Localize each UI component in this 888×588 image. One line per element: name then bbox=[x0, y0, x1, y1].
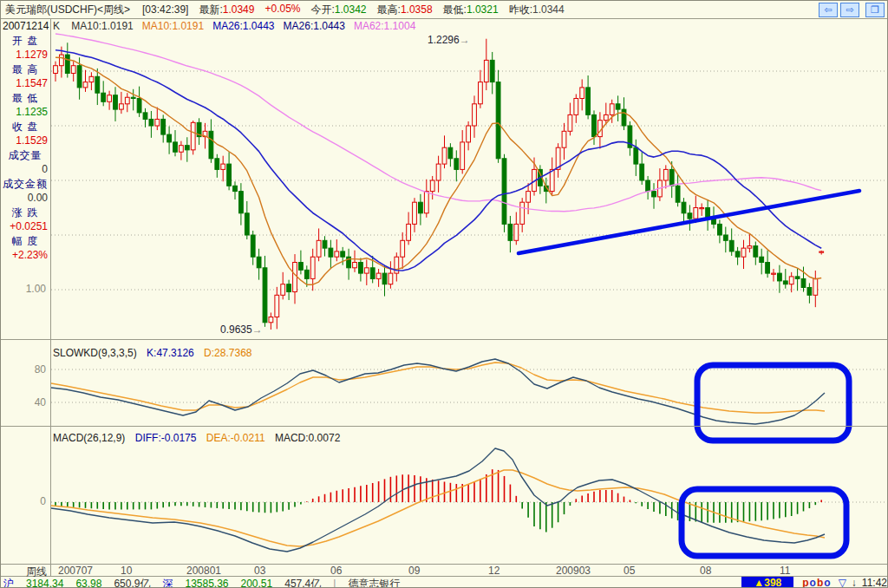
candle-body bbox=[586, 88, 591, 114]
arrow-down-icon[interactable]: ↓ bbox=[852, 577, 857, 588]
candle-body bbox=[694, 208, 698, 219]
candle-body bbox=[669, 169, 674, 186]
cascade-window-icon[interactable]: ❐ bbox=[865, 3, 885, 17]
quote-field-value: 1.0349 bbox=[223, 3, 255, 16]
price-axis-label: 1.00 bbox=[1, 283, 46, 295]
candle-body bbox=[760, 257, 764, 262]
time-axis-label: 06 bbox=[330, 565, 342, 577]
status-item: 沪 bbox=[3, 577, 14, 588]
candle-body bbox=[275, 295, 279, 317]
candle-body bbox=[616, 104, 620, 109]
candle-body bbox=[143, 113, 147, 120]
candle-body bbox=[819, 252, 824, 252]
candle-body bbox=[401, 240, 405, 257]
candle-body bbox=[574, 99, 578, 115]
ma-item: MA26:1.0443 bbox=[284, 20, 345, 32]
kd-axis-80: 80 bbox=[1, 363, 46, 376]
candle-body bbox=[568, 114, 572, 131]
candle-body bbox=[640, 164, 644, 180]
quote-field-value: 1.0358 bbox=[401, 3, 433, 16]
candle-body bbox=[419, 202, 423, 213]
arrow-right-icon: → bbox=[460, 34, 470, 46]
time-axis-label: 11 bbox=[780, 565, 790, 577]
candle-body bbox=[663, 169, 668, 180]
macd-dea-value: DEA:-0.0211 bbox=[206, 432, 265, 444]
kd-k-value: K:47.3126 bbox=[147, 347, 194, 359]
quote-field-value: 1.0321 bbox=[467, 3, 499, 16]
candle-body bbox=[120, 104, 124, 109]
candle-body bbox=[448, 147, 453, 159]
ma-legend: K MA10:1.0191MA10:1.0191MA26:1.0443MA26:… bbox=[53, 20, 424, 32]
window-buttons: ⇦ ⇨ ❐ bbox=[819, 3, 885, 17]
triangle-down-icon[interactable]: ▽ bbox=[839, 577, 846, 588]
chart-canvas[interactable] bbox=[1, 1, 888, 588]
header-divider bbox=[1, 18, 887, 19]
candle-body bbox=[580, 88, 584, 99]
quote-field: +0.05% bbox=[264, 3, 300, 17]
candle-body bbox=[323, 240, 327, 248]
pane-divider-macd bbox=[1, 426, 887, 427]
header-bar: 美元瑞郎(USDCHF)<周线> [03:42:39] 最新:1.0349+0.… bbox=[1, 1, 887, 18]
macd-diff-value: DIFF:-0.0175 bbox=[135, 432, 197, 444]
server-time: [03:42:39] bbox=[142, 3, 188, 16]
candle-body bbox=[137, 99, 141, 113]
kd-d-value: D:28.7368 bbox=[204, 347, 251, 359]
status-item: 德意志银行 bbox=[348, 577, 400, 588]
quote-field-label: 最低: bbox=[443, 3, 467, 16]
candle-body bbox=[101, 93, 106, 101]
panel-field-label: 成交金额 bbox=[1, 177, 49, 192]
candle-body bbox=[293, 263, 297, 292]
quote-field-value: 1.0344 bbox=[532, 3, 565, 16]
candle-body bbox=[221, 164, 225, 169]
panel-field-value: 1.1279 bbox=[1, 49, 49, 61]
candle-body bbox=[77, 66, 82, 88]
status-item: 3184.34 bbox=[26, 578, 63, 588]
candle-body bbox=[807, 287, 812, 295]
time-axis[interactable]: 周线 2007071020080103060912200903050811 bbox=[1, 565, 887, 576]
time-axis-label: 03 bbox=[254, 565, 265, 577]
ma-item: MA26:1.0443 bbox=[212, 20, 274, 32]
candle-body bbox=[167, 134, 172, 142]
pobo-letter: b bbox=[817, 577, 824, 588]
macd-title-row: MACD(26,12,9) DIFF:-0.0175 DEA:-0.0211 M… bbox=[53, 432, 347, 444]
trading-app-window: { "header": { "symbol": "美元瑞郎(USDCHF)<周线… bbox=[0, 0, 888, 588]
candle-body bbox=[245, 213, 249, 235]
candle-body bbox=[754, 246, 758, 258]
pobo-letter: o bbox=[824, 577, 831, 588]
candle-body bbox=[676, 186, 680, 202]
candle-body bbox=[729, 240, 734, 252]
candle-body bbox=[688, 213, 692, 219]
panel-field-label: 成交量 bbox=[1, 148, 49, 163]
low-annotation: 0.9635→ bbox=[220, 323, 263, 336]
candle-body bbox=[125, 97, 129, 104]
candle-body bbox=[304, 270, 309, 278]
status-item: | bbox=[333, 578, 336, 588]
panel-field-label: 开 盘 bbox=[1, 34, 49, 49]
candle-body bbox=[65, 55, 69, 73]
quote-field-label: 昨收: bbox=[509, 3, 532, 16]
candle-body bbox=[239, 192, 244, 213]
status-bar: 沪3184.3463.98650.9亿深13585.36200.51457.4亿… bbox=[1, 577, 887, 588]
highlight-box-annotation bbox=[682, 489, 846, 556]
candle-body bbox=[526, 192, 531, 203]
candle-body bbox=[287, 284, 291, 292]
time-axis-label: 12 bbox=[488, 565, 500, 577]
forward-icon[interactable]: ⇨ bbox=[840, 3, 859, 17]
candle-body bbox=[592, 114, 597, 136]
panel-field-label: 幅 度 bbox=[1, 234, 49, 249]
candle-body bbox=[442, 147, 447, 164]
candle-body bbox=[209, 131, 213, 159]
back-icon[interactable]: ⇦ bbox=[819, 3, 838, 17]
time-axis-label: 08 bbox=[700, 565, 711, 577]
arrow-right-icon: → bbox=[252, 323, 263, 336]
panel-field-label: 收 盘 bbox=[1, 120, 49, 134]
quote-field: 今开:1.0342 bbox=[311, 3, 367, 17]
candle-body bbox=[652, 192, 656, 197]
candle-body bbox=[83, 82, 88, 88]
panel-field: 开 盘1.1279 bbox=[1, 34, 49, 61]
quote-field-value: +0.05% bbox=[264, 3, 300, 15]
macd-axis-0: 0 bbox=[1, 495, 46, 507]
clock: 11:42 bbox=[862, 577, 887, 588]
candle-body bbox=[71, 66, 75, 74]
candle-body bbox=[370, 268, 375, 279]
